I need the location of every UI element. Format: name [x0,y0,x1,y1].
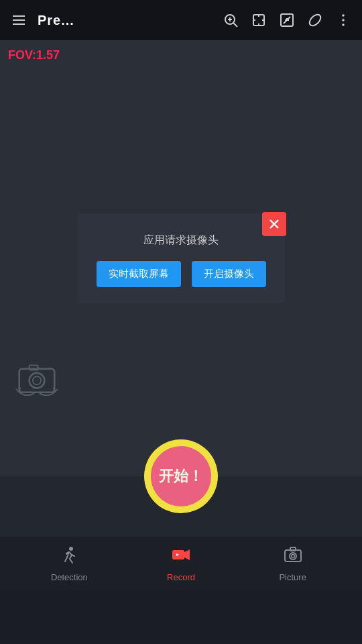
menu-button[interactable] [11,12,27,28]
screen-capture-button[interactable]: 实时截取屏幕 [97,261,181,287]
svg-point-19 [342,23,345,26]
search-icon-button[interactable] [223,12,239,28]
svg-point-26 [69,547,73,551]
svg-point-17 [342,14,345,17]
focus-icon-button[interactable] [251,12,267,28]
app-title: Pre... [38,13,74,28]
dialog-close-button[interactable] [262,212,286,236]
open-camera-button[interactable]: 开启摄像头 [192,261,266,287]
camera-area: FOV:1.57 应用请求摄像头 [0,40,362,476]
svg-point-18 [342,19,345,21]
dialog-overlay: 应用请求摄像头 实时截取屏幕 开启摄像头 [0,40,362,476]
nav-item-record[interactable]: Record [125,545,237,582]
top-bar: Pre... [0,0,362,40]
dialog-title: 应用请求摄像头 [93,233,269,248]
nav-label-record: Record [167,572,195,582]
record-icon [171,545,191,569]
shape-icon-button[interactable] [307,12,323,28]
top-bar-icons [223,12,351,28]
nav-label-picture: Picture [279,572,306,582]
dialog-box: 应用请求摄像头 实时截取屏幕 开启摄像头 [77,213,285,303]
svg-line-15 [284,17,290,23]
nav-item-picture[interactable]: Picture [237,545,349,582]
picture-icon [284,545,302,569]
svg-point-32 [291,554,294,557]
nav-item-detection[interactable]: Detection [13,545,125,582]
svg-line-4 [234,23,238,28]
nav-label-detection: Detection [51,572,88,582]
bottom-nav: Detection Record Picture [0,537,362,590]
top-bar-left: Pre... [11,12,74,28]
bottom-control: 开始！ [0,476,362,537]
dialog-buttons: 实时截取屏幕 开启摄像头 [93,261,269,287]
more-icon-button[interactable] [335,12,351,28]
detection-icon [60,545,78,569]
svg-point-16 [308,13,323,28]
svg-point-31 [290,553,296,559]
svg-rect-30 [290,547,296,551]
exposure-icon-button[interactable] [279,12,295,28]
